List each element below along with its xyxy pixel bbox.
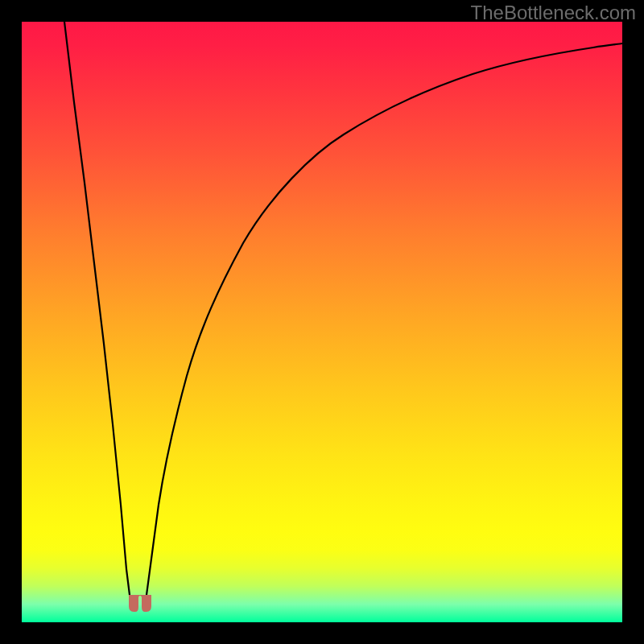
curve-right-branch — [147, 43, 622, 595]
chart-frame: TheBottleneck.com — [0, 0, 644, 644]
plot-area — [22, 22, 622, 622]
curve-layer — [22, 22, 622, 622]
dip-marker-icon — [129, 595, 151, 612]
curve-left-branch — [64, 22, 130, 595]
watermark-text: TheBottleneck.com — [471, 2, 636, 24]
